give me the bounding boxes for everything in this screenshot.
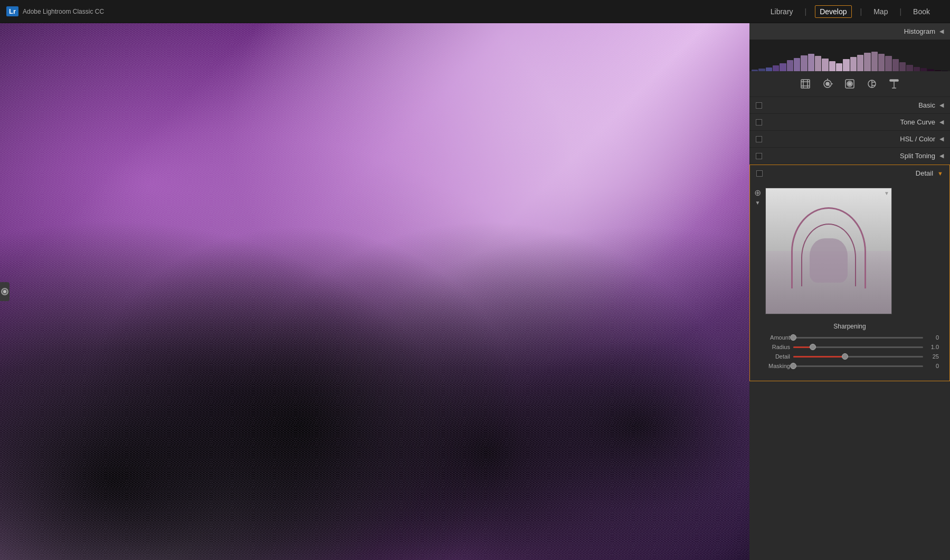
image-area (0, 23, 749, 560)
tone-curve-checkbox[interactable] (756, 119, 762, 125)
amount-thumb[interactable] (790, 334, 796, 341)
svg-rect-17 (890, 80, 898, 81)
svg-point-12 (848, 82, 851, 85)
preview-dropdown-icon[interactable]: ▼ (755, 200, 761, 206)
masking-label: Masking (761, 363, 790, 369)
histogram-bar (920, 68, 927, 71)
histogram-bar (801, 55, 807, 71)
red-eye-tool[interactable] (841, 75, 858, 92)
main-content: Histogram ◀ (0, 23, 950, 560)
detail-arrow: ▼ (937, 170, 943, 177)
right-panel: Histogram ◀ (749, 23, 950, 560)
histogram-header[interactable]: Histogram ◀ (749, 23, 950, 40)
detail-title: Detail (767, 169, 933, 177)
detail-fill (793, 356, 845, 358)
basic-title: Basic (766, 101, 935, 109)
tone-curve-section: Tone Curve ◀ (749, 114, 950, 131)
histogram-bar (857, 55, 863, 71)
histogram-bar (871, 52, 878, 71)
histogram-bar (914, 67, 920, 71)
histogram-bar (822, 59, 828, 71)
sep-1: | (805, 7, 807, 16)
lr-badge: Lr (6, 6, 18, 16)
histogram-bar (878, 54, 885, 71)
masking-slider[interactable] (793, 365, 923, 367)
toggle-dot (3, 290, 6, 293)
histogram-bar (794, 58, 800, 71)
nav-tabs: Library | Develop | Map | Book (767, 5, 933, 18)
split-toning-title: Split Toning (766, 152, 935, 160)
radius-slider[interactable] (793, 346, 923, 348)
masking-thumb[interactable] (790, 363, 796, 369)
histogram-arrow: ◀ (939, 28, 944, 35)
amount-label: Amount (761, 334, 790, 341)
detail-checkbox[interactable] (756, 170, 763, 177)
histogram-bar (899, 62, 906, 71)
hsl-title: HSL / Color (766, 135, 935, 143)
histogram-bar (935, 70, 941, 71)
thumbnail-dropdown-arrow[interactable]: ▼ (884, 190, 889, 196)
tab-library[interactable]: Library (767, 5, 796, 18)
top-bar: Lr Adobe Lightroom Classic CC Library | … (0, 0, 950, 23)
crop-overlay-tool[interactable] (797, 75, 814, 92)
tab-develop[interactable]: Develop (815, 5, 851, 18)
tab-book[interactable]: Book (910, 5, 933, 18)
histogram-bar (843, 59, 849, 71)
tone-curve-title: Tone Curve (766, 118, 935, 126)
detail-preview-area: ⊕ ▼ (754, 186, 945, 318)
histogram-bar (906, 65, 913, 71)
adjustment-brush-tool[interactable] (886, 75, 902, 92)
tone-curve-arrow: ◀ (939, 119, 944, 125)
tab-map[interactable]: Map (870, 5, 891, 18)
histogram-bar (752, 70, 758, 71)
app-title: Adobe Lightroom Classic CC (23, 8, 104, 15)
hsl-checkbox[interactable] (756, 136, 762, 142)
histogram-bar (892, 59, 899, 71)
basic-checkbox[interactable] (756, 102, 762, 109)
histogram-bar (815, 56, 821, 71)
thumbnail-image (766, 188, 891, 314)
detail-header[interactable]: Detail ▼ (750, 165, 949, 181)
split-toning-section: Split Toning ◀ (749, 148, 950, 165)
radius-thumb[interactable] (810, 344, 816, 350)
string-overlay (0, 23, 749, 560)
histogram-bar (780, 63, 786, 71)
basic-header[interactable]: Basic ◀ (749, 97, 950, 113)
detail-thumb[interactable] (842, 353, 848, 360)
detail-slider-row: Detail 25 (761, 353, 939, 360)
histogram-bar (787, 60, 793, 71)
radius-value: 1.0 (926, 344, 939, 350)
radius-label: Radius (761, 344, 790, 350)
histogram-bar (942, 71, 948, 71)
detail-section: Detail ▼ ⊕ ▼ (749, 165, 950, 381)
radius-slider-row: Radius 1.0 (761, 344, 939, 350)
tone-curve-header[interactable]: Tone Curve ◀ (749, 114, 950, 130)
spot-removal-tool[interactable] (819, 75, 836, 92)
toggle-circle (1, 288, 8, 295)
left-panel-toggle[interactable] (0, 282, 10, 301)
histogram-bar (773, 65, 779, 71)
histogram-bar (927, 69, 934, 71)
split-toning-header[interactable]: Split Toning ◀ (749, 148, 950, 164)
detail-content: ⊕ ▼ (750, 181, 949, 381)
graduated-filter-tool[interactable] (863, 75, 880, 92)
amount-value: 0 (926, 334, 939, 341)
preview-icons: ⊕ ▼ (754, 188, 761, 206)
detail-slider[interactable] (793, 356, 923, 358)
split-toning-checkbox[interactable] (756, 153, 762, 159)
masking-value: 0 (926, 363, 939, 369)
detail-label: Detail (761, 353, 790, 360)
histogram-bar (829, 61, 835, 71)
detail-value: 25 (926, 353, 939, 360)
svg-rect-0 (801, 80, 810, 88)
main-photo (0, 23, 749, 560)
tools-bar (749, 71, 950, 97)
hsl-color-header[interactable]: HSL / Color ◀ (749, 131, 950, 147)
amount-slider[interactable] (793, 337, 923, 339)
masking-slider-row: Masking 0 (761, 363, 939, 369)
sep-3: | (899, 7, 901, 16)
histogram-title: Histogram (756, 27, 935, 35)
app-logo: Lr Adobe Lightroom Classic CC (6, 6, 104, 16)
histogram-bar (766, 67, 772, 71)
preview-navigate-icon[interactable]: ⊕ (754, 188, 761, 198)
